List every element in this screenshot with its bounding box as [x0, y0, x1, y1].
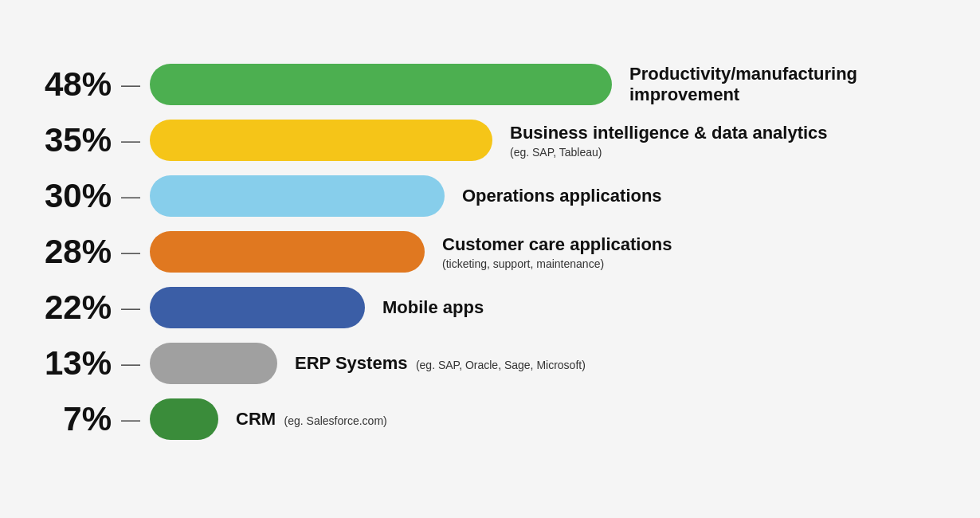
main-label-customer-care: Customer care applications: [442, 234, 948, 255]
bar-wrapper-mobile: [150, 287, 365, 328]
sub-label-crm: (eg. Salesforce.com): [284, 414, 387, 427]
dash-productivity: —: [121, 73, 140, 96]
bar-label-erp: ERP Systems (eg. SAP, Oracle, Sage, Micr…: [295, 353, 948, 374]
chart-row-bi: 35% — Business intelligence & data analy…: [32, 120, 948, 161]
main-label-bi: Business intelligence & data analytics: [510, 123, 948, 143]
bar-bi: [150, 120, 492, 161]
bar-mobile: [150, 287, 365, 328]
main-label-mobile: Mobile apps: [382, 297, 948, 318]
dash-erp: —: [121, 352, 140, 375]
dash-mobile: —: [121, 296, 140, 319]
bar-label-productivity: Productivity/manufacturing improvement: [629, 64, 948, 106]
bar-operations: [150, 175, 445, 217]
dash-operations: —: [121, 185, 140, 207]
bar-label-crm: CRM (eg. Salesforce.com): [236, 409, 948, 430]
pct-label-operations: 30%: [32, 177, 112, 215]
chart-row-productivity: 48% — Productivity/manufacturing improve…: [32, 64, 948, 106]
pct-label-customer-care: 28%: [32, 233, 112, 271]
bar-erp: [150, 343, 277, 384]
sub-label-customer-care: (ticketing, support, maintenance): [442, 257, 948, 270]
bar-productivity: [150, 64, 612, 105]
sub-label-erp: (eg. SAP, Oracle, Sage, Microsoft): [416, 359, 586, 371]
bar-customer-care: [150, 231, 425, 273]
chart-row-customer-care: 28% — Customer care applications (ticket…: [32, 231, 948, 273]
chart-row-mobile: 22% — Mobile apps: [32, 287, 948, 328]
pct-label-crm: 7%: [32, 400, 112, 438]
bar-wrapper-crm: [150, 398, 218, 440]
pct-label-productivity: 48%: [32, 65, 112, 104]
main-label-productivity: Productivity/manufacturing improvement: [629, 64, 948, 106]
main-label-operations: Operations applications: [462, 186, 948, 206]
dash-customer-care: —: [121, 241, 140, 263]
dash-bi: —: [121, 129, 140, 151]
pct-label-erp: 13%: [32, 344, 112, 383]
main-label-erp: ERP Systems: [295, 353, 407, 373]
bar-wrapper-customer-care: [150, 231, 425, 273]
main-label-crm: CRM: [236, 409, 276, 429]
bar-wrapper-productivity: [150, 64, 612, 105]
bar-wrapper-erp: [150, 343, 277, 384]
chart-row-operations: 30% — Operations applications: [32, 175, 948, 217]
bar-label-operations: Operations applications: [462, 186, 948, 206]
bar-wrapper-bi: [150, 120, 492, 161]
bar-chart: 48% — Productivity/manufacturing improve…: [32, 64, 948, 455]
bar-label-customer-care: Customer care applications (ticketing, s…: [442, 234, 948, 269]
chart-row-erp: 13% — ERP Systems (eg. SAP, Oracle, Sage…: [32, 343, 948, 384]
sub-label-bi: (eg. SAP, Tableau): [510, 146, 948, 159]
bar-crm: [150, 398, 218, 440]
bar-wrapper-operations: [150, 175, 445, 217]
bar-label-mobile: Mobile apps: [382, 297, 948, 318]
bar-label-bi: Business intelligence & data analytics (…: [510, 123, 948, 158]
pct-label-mobile: 22%: [32, 288, 112, 327]
chart-row-crm: 7% — CRM (eg. Salesforce.com): [32, 398, 948, 440]
pct-label-bi: 35%: [32, 121, 112, 159]
dash-crm: —: [121, 408, 140, 430]
